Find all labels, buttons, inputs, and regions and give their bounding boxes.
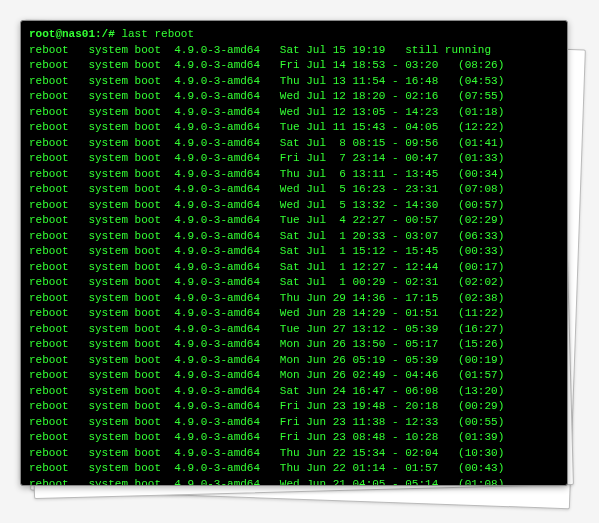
- table-row: reboot system boot 4.9.0-3-amd64 Sat Jul…: [29, 260, 559, 276]
- table-row: reboot system boot 4.9.0-3-amd64 Sat Jun…: [29, 384, 559, 400]
- table-row: reboot system boot 4.9.0-3-amd64 Wed Jul…: [29, 105, 559, 121]
- table-row: reboot system boot 4.9.0-3-amd64 Sat Jul…: [29, 275, 559, 291]
- table-row: reboot system boot 4.9.0-3-amd64 Wed Jul…: [29, 198, 559, 214]
- table-row: reboot system boot 4.9.0-3-amd64 Tue Jul…: [29, 120, 559, 136]
- table-row: reboot system boot 4.9.0-3-amd64 Thu Jun…: [29, 461, 559, 477]
- table-row: reboot system boot 4.9.0-3-amd64 Thu Jun…: [29, 446, 559, 462]
- table-row: reboot system boot 4.9.0-3-amd64 Wed Jun…: [29, 306, 559, 322]
- table-row: reboot system boot 4.9.0-3-amd64 Wed Jul…: [29, 182, 559, 198]
- table-row: reboot system boot 4.9.0-3-amd64 Fri Jun…: [29, 415, 559, 431]
- table-row: reboot system boot 4.9.0-3-amd64 Thu Jul…: [29, 74, 559, 90]
- table-row: reboot system boot 4.9.0-3-amd64 Wed Jun…: [29, 477, 559, 487]
- table-row: reboot system boot 4.9.0-3-amd64 Fri Jun…: [29, 399, 559, 415]
- table-row: reboot system boot 4.9.0-3-amd64 Wed Jul…: [29, 89, 559, 105]
- table-row: reboot system boot 4.9.0-3-amd64 Mon Jun…: [29, 337, 559, 353]
- prompt-prefix: root@nas01:/#: [29, 28, 121, 40]
- table-row: reboot system boot 4.9.0-3-amd64 Mon Jun…: [29, 368, 559, 384]
- table-row: reboot system boot 4.9.0-3-amd64 Mon Jun…: [29, 353, 559, 369]
- table-row: reboot system boot 4.9.0-3-amd64 Fri Jun…: [29, 430, 559, 446]
- terminal-window: root@nas01:/# last reboot reboot system …: [20, 20, 568, 486]
- table-row: reboot system boot 4.9.0-3-amd64 Tue Jul…: [29, 213, 559, 229]
- table-row: reboot system boot 4.9.0-3-amd64 Fri Jul…: [29, 151, 559, 167]
- table-row: reboot system boot 4.9.0-3-amd64 Fri Jul…: [29, 58, 559, 74]
- command-text: last reboot: [121, 28, 194, 40]
- table-row: reboot system boot 4.9.0-3-amd64 Sat Jul…: [29, 43, 559, 59]
- table-row: reboot system boot 4.9.0-3-amd64 Tue Jun…: [29, 322, 559, 338]
- table-row: reboot system boot 4.9.0-3-amd64 Thu Jun…: [29, 291, 559, 307]
- prompt-line-top: root@nas01:/# last reboot: [29, 27, 559, 43]
- screenshot-stack: root@nas01:/# last reboot reboot system …: [20, 20, 579, 503]
- output-rows: reboot system boot 4.9.0-3-amd64 Sat Jul…: [29, 43, 559, 487]
- table-row: reboot system boot 4.9.0-3-amd64 Thu Jul…: [29, 167, 559, 183]
- table-row: reboot system boot 4.9.0-3-amd64 Sat Jul…: [29, 229, 559, 245]
- table-row: reboot system boot 4.9.0-3-amd64 Sat Jul…: [29, 244, 559, 260]
- table-row: reboot system boot 4.9.0-3-amd64 Sat Jul…: [29, 136, 559, 152]
